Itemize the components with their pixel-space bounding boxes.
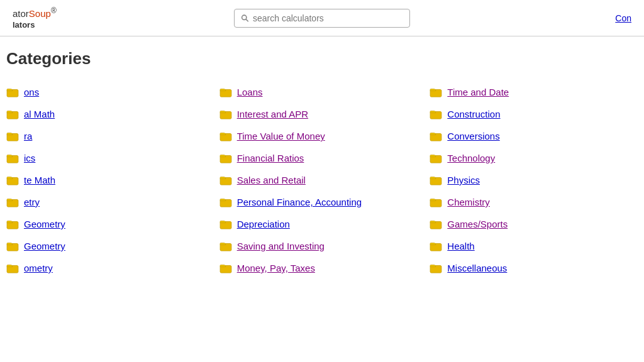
category-link[interactable]: Depreciation [237,219,290,229]
folder-icon [430,241,442,251]
list-item: Geometry [6,235,217,257]
folder-icon [219,175,232,185]
folder-icon [6,197,19,207]
category-link[interactable]: Physics [447,175,480,185]
list-item: Money, Pay, Taxes [217,257,428,279]
svg-line-1 [246,19,248,21]
logo-brand: Soup [29,8,51,19]
category-link[interactable]: Sales and Retail [237,175,306,185]
search-input[interactable] [253,13,403,23]
list-item: Games/Sports [427,213,638,235]
category-col-right: Time and DateConstructionConversionsTech… [427,81,638,279]
list-item: ra [6,125,217,147]
search-box[interactable] [234,9,410,28]
logo-prefix: ator [13,8,29,19]
folder-icon [430,153,442,163]
category-link[interactable]: al Math [24,109,55,119]
category-col-middle: LoansInterest and APRTime Value of Money… [217,81,428,279]
category-link[interactable]: Loans [237,87,263,97]
folder-icon [6,219,19,229]
folder-icon [219,109,232,119]
folder-icon [6,175,19,185]
category-link[interactable]: Technology [447,153,495,163]
folder-icon [219,219,232,229]
list-item: Interest and APR [217,103,428,125]
category-link[interactable]: te Math [24,175,55,185]
search-area [234,9,410,28]
logo-sub: lators [13,20,88,30]
logo-reg: ® [51,6,57,15]
category-link[interactable]: ra [24,131,32,141]
list-item: Depreciation [217,213,428,235]
category-link[interactable]: Conversions [447,131,499,141]
category-link[interactable]: ometry [24,263,53,273]
category-link[interactable]: Miscellaneous [447,263,507,273]
folder-icon [219,153,232,163]
folder-icon [6,153,19,163]
category-link[interactable]: ics [24,153,35,163]
list-item: te Math [6,169,217,191]
list-item: Health [427,235,638,257]
list-item: al Math [6,103,217,125]
category-link[interactable]: Saving and Investing [237,241,325,251]
list-item: ometry [6,257,217,279]
folder-icon [6,241,19,251]
category-link[interactable]: Geometry [24,241,65,251]
list-item: Saving and Investing [217,235,428,257]
folder-icon [430,175,442,185]
folder-icon [6,131,19,141]
svg-point-0 [242,15,247,19]
category-col-left: onsal Mathraicste MathetryGeometryGeomet… [6,81,217,279]
categories-grid: onsal Mathraicste MathetryGeometryGeomet… [6,81,638,279]
folder-icon [6,263,19,273]
list-item: Geometry [6,213,217,235]
list-item: etry [6,191,217,213]
category-link[interactable]: Chemistry [447,197,490,207]
folder-icon [219,263,232,273]
list-item: Construction [427,103,638,125]
category-link[interactable]: ons [24,87,39,97]
folder-icon [219,131,232,141]
category-link[interactable]: etry [24,197,40,207]
list-item: Chemistry [427,191,638,213]
logo: atorSoup® [13,6,88,19]
category-link[interactable]: Geometry [24,219,65,229]
category-link[interactable]: Games/Sports [447,219,508,229]
category-link[interactable]: Time and Date [447,87,509,97]
list-item: ons [6,81,217,103]
list-item: Loans [217,81,428,103]
folder-icon [430,131,442,141]
folder-icon [430,87,442,97]
category-link[interactable]: Personal Finance, Accounting [237,197,362,207]
list-item: Technology [427,147,638,169]
search-icon [241,14,249,23]
folder-icon [6,109,19,119]
folder-icon [430,219,442,229]
page-title: Categories [6,49,638,69]
list-item: Personal Finance, Accounting [217,191,428,213]
category-link[interactable]: Construction [447,109,500,119]
list-item: Time Value of Money [217,125,428,147]
folder-icon [219,87,232,97]
category-link[interactable]: Financial Ratios [237,153,304,163]
folder-icon [430,197,442,207]
category-link[interactable]: Health [447,241,474,251]
category-link[interactable]: Money, Pay, Taxes [237,263,315,273]
folder-icon [430,263,442,273]
header-top-link[interactable]: Con [615,13,631,23]
list-item: Miscellaneous [427,257,638,279]
list-item: Time and Date [427,81,638,103]
list-item: ics [6,147,217,169]
folder-icon [219,241,232,251]
list-item: Financial Ratios [217,147,428,169]
category-link[interactable]: Interest and APR [237,109,308,119]
list-item: Physics [427,169,638,191]
list-item: Conversions [427,125,638,147]
logo-area: atorSoup® lators [13,6,88,30]
header: atorSoup® lators Con [0,0,644,36]
folder-icon [219,197,232,207]
category-link[interactable]: Time Value of Money [237,131,325,141]
folder-icon [430,109,442,119]
main-content: Categories onsal Mathraicste MathetryGeo… [0,36,644,292]
folder-icon [6,87,19,97]
